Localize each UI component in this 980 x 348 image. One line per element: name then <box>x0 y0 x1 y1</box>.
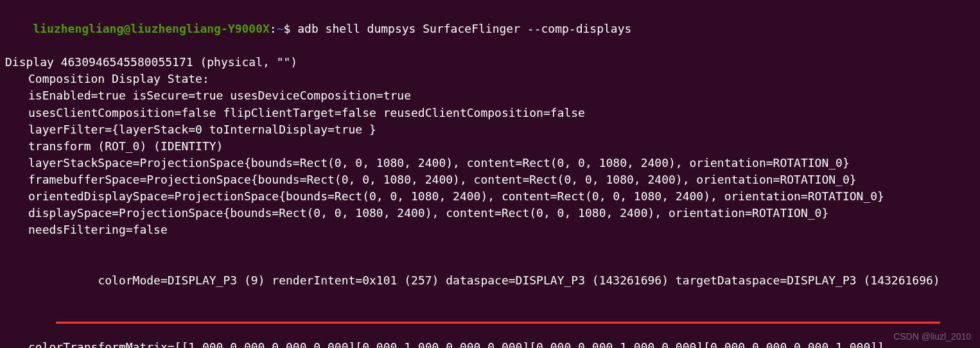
prompt-colon: : <box>270 22 277 35</box>
prompt-line: liuzhengliang@liuzhengliang-Y9000X:~$ ad… <box>5 4 975 54</box>
output-colortransform: colorTransformMatrix=[[1.000,0.000,0.000… <box>5 339 975 348</box>
output-needsfiltering: needsFiltering=false <box>5 222 975 238</box>
output-displayspace: displaySpace=ProjectionSpace{bounds=Rect… <box>5 205 975 222</box>
highlighted-colormode: colorMode=DISPLAY_P3 (9) renderIntent=0x… <box>56 255 940 322</box>
terminal[interactable]: liuzhengliang@liuzhengliang-Y9000X:~$ ad… <box>5 4 975 348</box>
prompt-path: ~ <box>277 22 284 35</box>
output-orienteddisplayspace: orientedDisplaySpace=ProjectionSpace{bou… <box>5 188 975 205</box>
output-colormode-line: colorMode=DISPLAY_P3 (9) renderIntent=0x… <box>5 238 975 339</box>
output-colormode: colorMode=DISPLAY_P3 (9) renderIntent=0x… <box>98 274 940 287</box>
watermark: CSDN @liuzl_2010 <box>893 330 971 343</box>
output-section1-title: Composition Display State: <box>5 71 975 87</box>
output-transform: transform (ROT_0) (IDENTITY) <box>5 138 975 155</box>
output-enabled: isEnabled=true isSecure=true usesDeviceC… <box>5 87 975 104</box>
prompt-symbol: $ <box>284 22 298 35</box>
output-framebufferspace: framebufferSpace=ProjectionSpace{bounds=… <box>5 171 975 188</box>
output-clientcomp: usesClientComposition=false flipClientTa… <box>5 105 975 121</box>
red-underline-annotation <box>56 322 940 324</box>
output-display-header: Display 4630946545580055171 (physical, "… <box>5 54 975 71</box>
prompt-user: liuzhengliang@liuzhengliang-Y9000X <box>33 22 269 35</box>
command-text: adb shell dumpsys SurfaceFlinger --comp-… <box>297 22 631 35</box>
output-layerfilter: layerFilter={layerStack=0 toInternalDisp… <box>5 121 975 138</box>
output-layerstackspace: layerStackSpace=ProjectionSpace{bounds=R… <box>5 155 975 171</box>
